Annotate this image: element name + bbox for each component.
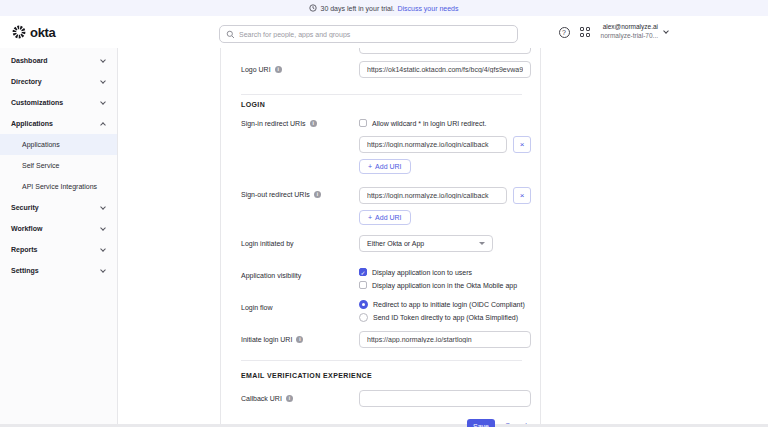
initiate-login-uri-input[interactable]: [359, 331, 531, 348]
sidebar-item-applications[interactable]: Applications: [0, 113, 117, 134]
discuss-needs-link[interactable]: Discuss your needs: [397, 5, 458, 12]
okta-admin-window: 30 days left in your trial. Discuss your…: [0, 0, 768, 427]
option-row: Redirect to app to initiate login (OIDC …: [359, 299, 525, 309]
login-flow-label: Login flow: [241, 304, 273, 311]
trial-banner-text: 30 days left in your trial.: [320, 5, 394, 12]
account-email: alex@normalyze.ai: [601, 23, 658, 32]
wildcard-option-label: Allow wildcard * in login URI redirect.: [372, 120, 486, 127]
application-visibility-options: ✓ Display application icon to users Disp…: [359, 267, 517, 290]
header-actions: ? alex@normalyze.ai normalyze-trial-70..…: [559, 16, 668, 48]
top-header: okta ? alex@normalyze.ai normalyze-trial…: [0, 16, 768, 48]
chevron-down-icon: [663, 28, 669, 34]
sidebar-nav: Dashboard Directory Customizations Appli…: [0, 48, 118, 424]
logo-uri-label: Logo URI i: [241, 66, 282, 73]
initiate-login-label: Initiate login URI i: [241, 336, 303, 343]
login-section-heading: LOGIN: [241, 101, 265, 108]
chevron-down-icon: [100, 225, 106, 231]
sidebar-item-settings[interactable]: Settings: [0, 260, 117, 281]
save-button[interactable]: Save: [467, 419, 495, 427]
sign-out-uri-input[interactable]: [359, 187, 507, 204]
chevron-down-icon: [100, 78, 106, 84]
global-search[interactable]: [219, 25, 518, 43]
add-sign-out-uri-button[interactable]: + Add URI: [359, 210, 411, 225]
callback-uri-input[interactable]: [359, 390, 531, 407]
sidebar-item-dashboard[interactable]: Dashboard: [0, 50, 117, 71]
chevron-down-icon: [100, 267, 106, 273]
okta-logo-icon: [12, 25, 26, 39]
sidebar-item-workflow[interactable]: Workflow: [0, 218, 117, 239]
okta-logo[interactable]: okta: [12, 25, 56, 40]
sign-in-uri-input[interactable]: [359, 136, 507, 153]
section-divider: [241, 360, 522, 361]
trial-banner: 30 days left in your trial. Discuss your…: [0, 0, 768, 16]
sidebar-item-reports[interactable]: Reports: [0, 239, 117, 260]
sign-out-redirect-label: Sign-out redirect URIs i: [241, 191, 321, 198]
chevron-down-icon: [100, 99, 106, 105]
okta-logo-text: okta: [30, 25, 56, 40]
cropped-top-input[interactable]: [359, 48, 531, 54]
sidebar-subitem-api-service-integrations[interactable]: API Service Integrations: [0, 176, 117, 197]
logo-uri-input[interactable]: [359, 61, 531, 78]
chevron-down-icon: [100, 246, 106, 252]
account-menu[interactable]: alex@normalyze.ai normalyze-trial-70...: [601, 23, 668, 41]
application-visibility-label: Application visibility: [241, 272, 301, 279]
info-icon[interactable]: i: [296, 336, 303, 343]
account-org: normalyze-trial-70...: [601, 32, 658, 41]
info-icon[interactable]: i: [275, 66, 282, 73]
login-initiated-select[interactable]: Either Okta or App: [359, 235, 493, 252]
email-verification-heading: EMAIL VERIFICATION EXPERIENCE: [241, 372, 372, 379]
clock-icon: [309, 4, 317, 12]
wildcard-option-row: Allow wildcard * in login URI redirect.: [359, 118, 486, 128]
display-icon-mobile-checkbox[interactable]: [359, 281, 367, 289]
help-icon[interactable]: ?: [559, 27, 570, 38]
search-icon: [226, 30, 235, 39]
sidebar-item-directory[interactable]: Directory: [0, 71, 117, 92]
wildcard-checkbox[interactable]: [359, 119, 367, 127]
section-divider: [241, 94, 522, 95]
send-id-token-radio[interactable]: [359, 313, 368, 322]
plus-icon: +: [368, 163, 372, 170]
sidebar-item-security[interactable]: Security: [0, 197, 117, 218]
remove-uri-button[interactable]: ×: [513, 187, 531, 204]
app-settings-form-panel: Logo URI i LOGIN Sign-in redirect URIs i…: [220, 48, 541, 427]
chevron-down-icon: [100, 204, 106, 210]
display-icon-users-checkbox[interactable]: ✓: [359, 268, 367, 276]
select-caret-icon: [479, 242, 485, 245]
search-input[interactable]: [239, 31, 511, 38]
login-initiated-label: Login initiated by: [241, 240, 294, 247]
option-row: Send ID Token directly to app (Okta Simp…: [359, 312, 525, 322]
callback-uri-label: Callback URI i: [241, 395, 293, 402]
option-row: Display application icon in the Okta Mob…: [359, 280, 517, 290]
login-flow-options: Redirect to app to initiate login (OIDC …: [359, 299, 525, 322]
info-icon[interactable]: i: [314, 191, 321, 198]
sign-in-redirect-label: Sign-in redirect URIs i: [241, 120, 317, 127]
chevron-down-icon: [100, 57, 106, 63]
sidebar-item-customizations[interactable]: Customizations: [0, 92, 117, 113]
add-sign-in-uri-button[interactable]: + Add URI: [359, 159, 411, 174]
sidebar-subitem-self-service[interactable]: Self Service: [0, 155, 117, 176]
remove-uri-button[interactable]: ×: [513, 136, 531, 153]
sidebar-subitem-applications[interactable]: Applications: [0, 134, 117, 155]
info-icon[interactable]: i: [286, 395, 293, 402]
option-row: ✓ Display application icon to users: [359, 267, 517, 277]
info-icon[interactable]: i: [310, 120, 317, 127]
chevron-up-icon: [100, 122, 106, 128]
app-switcher-icon[interactable]: [580, 27, 591, 38]
plus-icon: +: [368, 214, 372, 221]
redirect-to-app-radio[interactable]: [359, 300, 368, 309]
